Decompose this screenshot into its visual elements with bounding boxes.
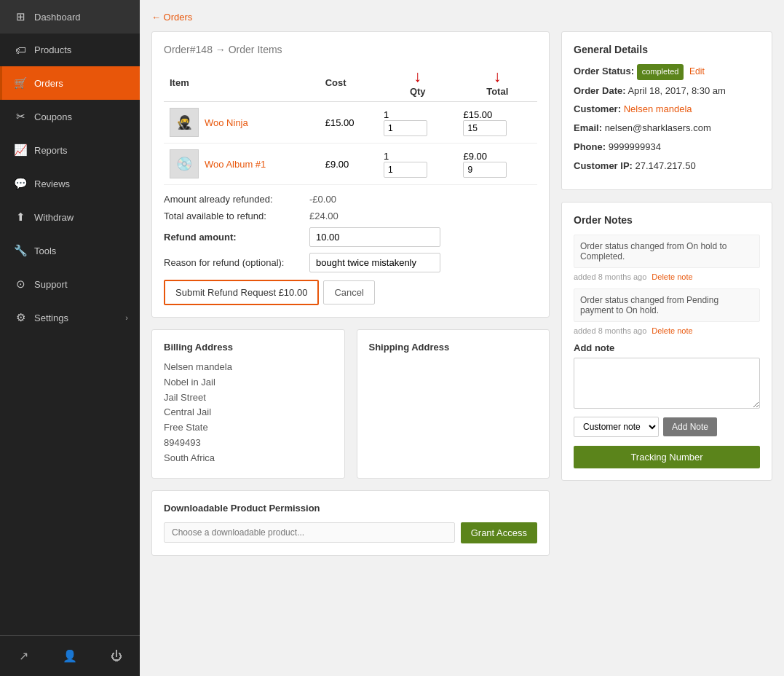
products-icon: 🏷 bbox=[14, 44, 27, 56]
refund-actions: Submit Refund Request £10.00 Cancel bbox=[164, 280, 537, 305]
main-content: ← Orders Order#148 → Order Items Item Co… bbox=[140, 0, 784, 676]
customer-name-link[interactable]: Nelsen mandela bbox=[624, 103, 692, 114]
billing-address-line: Jail Street bbox=[164, 390, 333, 406]
external-link-button[interactable]: ↗ bbox=[0, 642, 47, 670]
address-row: Billing Address Nelsen mandelaNobel in J… bbox=[151, 329, 550, 479]
amount-refunded-value: -£0.00 bbox=[309, 194, 336, 205]
downloadable-section: Downloadable Product Permission Grant Ac… bbox=[151, 490, 550, 556]
sidebar-item-reviews[interactable]: 💬 Reviews bbox=[0, 167, 140, 200]
sidebar-item-label: Settings bbox=[34, 313, 68, 323]
sidebar-item-support[interactable]: ⊙ Support bbox=[0, 267, 140, 301]
phone-value: 9999999934 bbox=[609, 141, 661, 152]
order-date-label: Order Date: bbox=[574, 85, 626, 96]
sidebar-item-label: Coupons bbox=[34, 111, 72, 122]
billing-address-line: Nelsen mandela bbox=[164, 360, 333, 375]
billing-address-line: Free State bbox=[164, 420, 333, 436]
billing-address-line: South Africa bbox=[164, 451, 333, 466]
ip-value: 27.147.217.50 bbox=[635, 160, 696, 171]
total-available-row: Total available to refund: £24.00 bbox=[164, 211, 537, 221]
sidebar-bottom: ↗ 👤 ⏻ bbox=[0, 635, 140, 676]
email-value: nelsen@sharklasers.com bbox=[605, 122, 711, 133]
content-left: Order#148 → Order Items Item Cost ↓ Qty bbox=[151, 31, 550, 556]
order-status-row: Order Status: completed Edit bbox=[574, 64, 760, 80]
note-meta: added 8 months ago Delete note bbox=[574, 272, 760, 281]
delete-note-link[interactable]: Delete note bbox=[652, 272, 692, 281]
order-status-edit-link[interactable]: Edit bbox=[689, 66, 705, 76]
product-cost: £15.00 bbox=[320, 102, 378, 144]
grant-access-button[interactable]: Grant Access bbox=[461, 522, 537, 543]
note-meta: added 8 months ago Delete note bbox=[574, 326, 760, 335]
note-box: Order status changed from On hold to Com… bbox=[574, 235, 760, 268]
order-date-row: Order Date: April 18, 2017, 8:30 am bbox=[574, 84, 760, 99]
sidebar-item-reports[interactable]: 📈 Reports bbox=[0, 133, 140, 167]
tracking-number-button[interactable]: Tracking Number bbox=[574, 446, 760, 468]
product-name-link[interactable]: Woo Album #1 bbox=[205, 159, 266, 170]
sidebar-item-settings[interactable]: ⚙ Settings › bbox=[0, 301, 140, 334]
phone-label: Phone: bbox=[574, 141, 606, 152]
downloadable-input[interactable] bbox=[164, 522, 455, 543]
col-header-qty: ↓ Qty bbox=[378, 64, 457, 102]
reports-icon: 📈 bbox=[14, 144, 27, 157]
customer-label: Customer: bbox=[574, 103, 621, 114]
qty-input[interactable] bbox=[384, 162, 427, 178]
billing-address-title: Billing Address bbox=[164, 342, 333, 353]
downloadable-row: Grant Access bbox=[164, 522, 537, 543]
sidebar-item-label: Tools bbox=[34, 245, 56, 256]
note-type-select[interactable]: Customer note bbox=[574, 417, 659, 437]
product-image: 💿 bbox=[170, 149, 199, 178]
note-box: Order status changed from Pending paymen… bbox=[574, 288, 760, 322]
product-name-link[interactable]: Woo Ninja bbox=[205, 117, 248, 128]
refund-amount-row: Refund amount: bbox=[164, 227, 537, 247]
amount-refunded-row: Amount already refunded: -£0.00 bbox=[164, 194, 537, 205]
sidebar-item-label: Dashboard bbox=[34, 12, 81, 23]
add-note-button[interactable]: Add Note bbox=[663, 417, 717, 436]
add-note-label: Add note bbox=[574, 342, 760, 353]
submit-refund-button[interactable]: Submit Refund Request £10.00 bbox=[164, 280, 319, 305]
billing-address-line: Nobel in Jail bbox=[164, 375, 333, 390]
sidebar-item-products[interactable]: 🏷 Products bbox=[0, 34, 140, 66]
sidebar-item-label: Reviews bbox=[34, 178, 70, 189]
sidebar-item-orders[interactable]: 🛒 Orders bbox=[0, 66, 140, 100]
total-arrow-icon: ↓ bbox=[494, 68, 502, 84]
add-note-textarea[interactable] bbox=[574, 358, 760, 409]
refund-reason-row: Reason for refund (optional): bbox=[164, 253, 537, 272]
refund-amount-input[interactable] bbox=[309, 227, 440, 247]
total-available-value: £24.00 bbox=[309, 211, 338, 221]
billing-address-content: Nelsen mandelaNobel in JailJail StreetCe… bbox=[164, 360, 333, 466]
refund-amount-label: Refund amount: bbox=[164, 232, 309, 243]
sidebar-item-dashboard[interactable]: ⊞ Dashboard bbox=[0, 0, 140, 34]
total-input[interactable] bbox=[463, 162, 507, 178]
shipping-address-title: Shipping Address bbox=[369, 342, 538, 353]
user-button[interactable]: 👤 bbox=[47, 642, 93, 670]
order-number-label: Order#148 → Order Items bbox=[164, 44, 282, 55]
col-header-item: Item bbox=[164, 64, 320, 102]
email-label: Email: bbox=[574, 122, 602, 133]
refund-summary: Amount already refunded: -£0.00 Total av… bbox=[164, 194, 537, 272]
qty-input[interactable] bbox=[384, 120, 427, 136]
total-available-label: Total available to refund: bbox=[164, 211, 309, 221]
coupons-icon: ✂ bbox=[14, 110, 27, 123]
settings-arrow-icon: › bbox=[125, 313, 128, 322]
total-input[interactable] bbox=[463, 120, 507, 136]
sidebar-item-label: Withdraw bbox=[34, 212, 74, 223]
dashboard-icon: ⊞ bbox=[14, 10, 27, 23]
refund-reason-input[interactable] bbox=[309, 253, 440, 272]
cancel-button[interactable]: Cancel bbox=[323, 280, 374, 304]
sidebar-item-tools[interactable]: 🔧 Tools bbox=[0, 234, 140, 267]
product-total: £15.00 bbox=[457, 102, 537, 144]
sidebar-item-withdraw[interactable]: ⬆ Withdraw bbox=[0, 200, 140, 234]
logout-button[interactable]: ⏻ bbox=[93, 642, 140, 670]
email-row: Email: nelsen@sharklasers.com bbox=[574, 121, 760, 136]
order-status-label: Order Status: bbox=[574, 66, 634, 76]
back-to-orders-link[interactable]: ← Orders bbox=[151, 12, 192, 23]
product-total: £9.00 bbox=[457, 144, 537, 185]
table-row: 🥷 Woo Ninja £15.00 1 £15.00 bbox=[164, 102, 537, 144]
qty-arrow-icon: ↓ bbox=[413, 68, 421, 84]
notes-container: Order status changed from On hold to Com… bbox=[574, 235, 760, 335]
order-notes-title: Order Notes bbox=[574, 214, 760, 226]
sidebar-item-coupons[interactable]: ✂ Coupons bbox=[0, 100, 140, 133]
support-icon: ⊙ bbox=[14, 278, 27, 291]
billing-address-line: 8949493 bbox=[164, 436, 333, 451]
delete-note-link[interactable]: Delete note bbox=[652, 326, 692, 335]
sidebar-item-label: Reports bbox=[34, 145, 68, 156]
